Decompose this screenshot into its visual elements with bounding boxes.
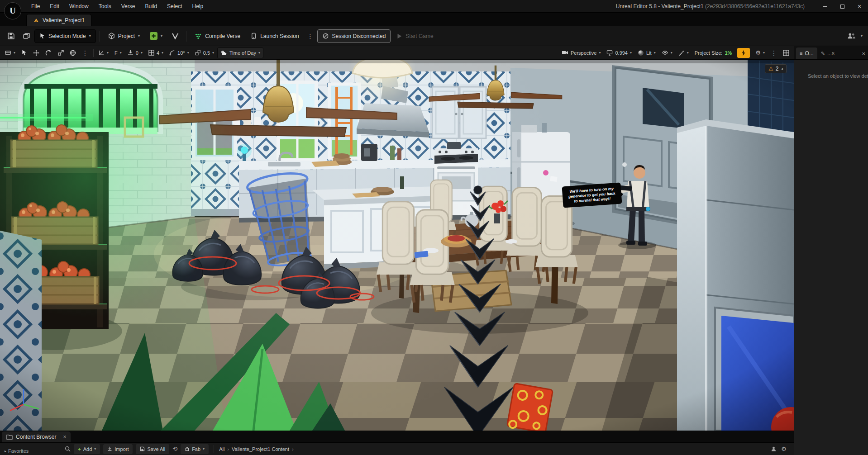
toolbar-separator bbox=[186, 31, 186, 42]
close-button[interactable]: × bbox=[851, 0, 868, 13]
gear-icon: ⚙ bbox=[755, 49, 761, 56]
lit-sphere-icon bbox=[638, 50, 644, 56]
snap-cycle-dropdown[interactable]: ▾ bbox=[96, 47, 111, 58]
user-icon[interactable] bbox=[771, 446, 777, 452]
launch-session-icon bbox=[250, 33, 257, 39]
content-browser-close-icon[interactable]: × bbox=[63, 434, 66, 440]
viewport-options-icon bbox=[5, 50, 11, 56]
verse-button[interactable] bbox=[168, 29, 182, 43]
eye-icon bbox=[662, 50, 668, 56]
menu-build[interactable]: Build bbox=[140, 0, 162, 13]
transform-kebab[interactable]: ⋮ bbox=[79, 49, 91, 57]
level-viewport[interactable]: ⚠ 2 ◂ We'll have to turn on my generator… bbox=[0, 60, 794, 431]
browse-content-button[interactable] bbox=[19, 29, 33, 43]
compile-verse-button[interactable]: Compile Verse bbox=[190, 29, 245, 43]
surface-snap-icon bbox=[128, 50, 134, 56]
menu-select[interactable]: Select bbox=[162, 0, 187, 13]
lighting-overlays bbox=[0, 60, 794, 431]
window-controls: × bbox=[816, 0, 868, 13]
maximize-button[interactable] bbox=[834, 0, 851, 13]
cb-separator bbox=[214, 445, 214, 453]
breadcrumb-all[interactable]: All bbox=[219, 446, 224, 452]
menu-help[interactable]: Help bbox=[187, 0, 208, 13]
select-tool-button[interactable] bbox=[19, 47, 30, 58]
project-dropdown[interactable]: Project▾ bbox=[104, 29, 144, 43]
warning-collapse-arrow[interactable]: ◂ bbox=[781, 66, 783, 71]
lightning-icon bbox=[741, 50, 746, 56]
rotation-snap-icon bbox=[169, 50, 175, 56]
session-disconnected-button[interactable]: Session Disconnected bbox=[317, 29, 391, 43]
screen-percentage-dropdown[interactable]: 0.994▾ bbox=[604, 47, 634, 58]
menu-edit[interactable]: Edit bbox=[45, 0, 64, 13]
quad-view-button[interactable] bbox=[780, 47, 792, 58]
add-content-dropdown[interactable]: ▾ bbox=[145, 29, 167, 43]
cursor-icon bbox=[39, 33, 45, 39]
favorites-section[interactable]: ▸Favorites bbox=[5, 448, 29, 454]
breadcrumb-project-content[interactable]: Valiente_Project1 Content bbox=[232, 446, 289, 452]
world-local-toggle[interactable] bbox=[67, 47, 79, 58]
viewport-settings-dropdown[interactable]: ⚙▾ bbox=[753, 47, 768, 58]
save-button[interactable] bbox=[4, 29, 18, 43]
menu-tools[interactable]: Tools bbox=[94, 0, 116, 13]
viewport-scene[interactable] bbox=[0, 60, 794, 431]
select-cursor-icon bbox=[21, 50, 27, 56]
viewport-options-dropdown[interactable]: ▾ bbox=[2, 47, 18, 58]
wand-icon bbox=[678, 50, 685, 56]
import-button[interactable]: Import bbox=[103, 444, 133, 454]
import-icon bbox=[107, 446, 112, 451]
menu-window[interactable]: Window bbox=[64, 0, 94, 13]
rotation-snap-dropdown[interactable]: 10°▾ bbox=[167, 47, 192, 58]
move-tool-button[interactable] bbox=[30, 47, 42, 58]
asset-tab-row: Valiente_Project1 bbox=[0, 13, 868, 26]
perspective-dropdown[interactable]: Perspective▾ bbox=[559, 47, 604, 58]
minimize-button[interactable] bbox=[816, 0, 834, 13]
scale-tool-button[interactable] bbox=[55, 47, 67, 58]
window-title-guid: (2e293d438065456e92e31e11621a743c) bbox=[705, 3, 805, 9]
back-button[interactable]: ⟲ bbox=[172, 446, 177, 452]
multiplayer-users-dropdown[interactable] bbox=[844, 29, 859, 43]
memory-boost-button[interactable] bbox=[737, 48, 750, 58]
session-options-kebab[interactable]: ⋮ bbox=[305, 33, 316, 40]
warning-icon: ⚠ bbox=[768, 66, 773, 72]
save-all-button[interactable]: Save All bbox=[136, 444, 169, 454]
menu-file[interactable]: File bbox=[26, 0, 45, 13]
rotate-tool-button[interactable] bbox=[43, 47, 54, 58]
quad-view-icon bbox=[783, 50, 789, 56]
grid-snap-dropdown[interactable]: 4▾ bbox=[146, 47, 166, 58]
grid-icon bbox=[148, 50, 154, 56]
time-of-day-icon bbox=[220, 50, 227, 56]
surface-snap-dropdown[interactable]: 0▾ bbox=[125, 47, 145, 58]
launch-session-button[interactable]: Launch Session bbox=[246, 29, 303, 43]
unreal-logo-icon: U bbox=[4, 2, 21, 19]
content-browser-toolbar: ▸Favorites +Add▾ Import Save All ⟲ Fab▾ … bbox=[0, 442, 794, 455]
cb-settings-gear-icon[interactable]: ⚙ bbox=[781, 446, 787, 452]
panel-close-icon[interactable]: × bbox=[862, 51, 865, 57]
project-level-tab[interactable]: Valiente_Project1 bbox=[26, 14, 91, 26]
content-browser-tab-row: Content Browser × bbox=[0, 431, 794, 442]
toolbar-separator bbox=[100, 31, 100, 42]
tab-outliner[interactable]: ≡ O... bbox=[796, 47, 817, 59]
content-browser-icon bbox=[6, 434, 13, 440]
viewport-warning-badge[interactable]: ⚠ 2 ◂ bbox=[765, 64, 787, 73]
project-size-value: 1% bbox=[725, 50, 732, 56]
camera-speed-button[interactable]: F▾ bbox=[112, 47, 124, 58]
selection-mode-dropdown[interactable]: Selection Mode▾ bbox=[34, 29, 96, 43]
lit-mode-dropdown[interactable]: Lit▾ bbox=[635, 47, 658, 58]
npc-speech-bubble: We'll have to turn on my generator to ge… bbox=[562, 183, 622, 208]
monitor-icon bbox=[606, 50, 613, 56]
scale-snap-dropdown[interactable]: 0.5▾ bbox=[192, 47, 217, 58]
add-button[interactable]: +Add▾ bbox=[74, 444, 100, 454]
camera-icon bbox=[562, 50, 568, 56]
start-game-button[interactable]: Start Game bbox=[391, 29, 438, 43]
viewport-kebab[interactable]: ⋮ bbox=[768, 49, 780, 57]
time-of-day-dropdown[interactable]: Time of Day▾ bbox=[217, 47, 263, 58]
visibility-dropdown[interactable]: ▾ bbox=[659, 47, 675, 58]
project-size-indicator[interactable]: Project Size: 1% bbox=[692, 47, 735, 58]
fab-button[interactable]: Fab▾ bbox=[181, 444, 209, 454]
outliner-panel-header: ≡ O... ✎ ...s × bbox=[794, 46, 868, 60]
tab-details[interactable]: ✎ ...s bbox=[817, 47, 838, 59]
content-browser-tab[interactable]: Content Browser × bbox=[2, 431, 71, 442]
show-flags-dropdown[interactable]: ▾ bbox=[676, 47, 692, 58]
search-icon[interactable] bbox=[65, 446, 71, 452]
menu-verse[interactable]: Verse bbox=[116, 0, 140, 13]
